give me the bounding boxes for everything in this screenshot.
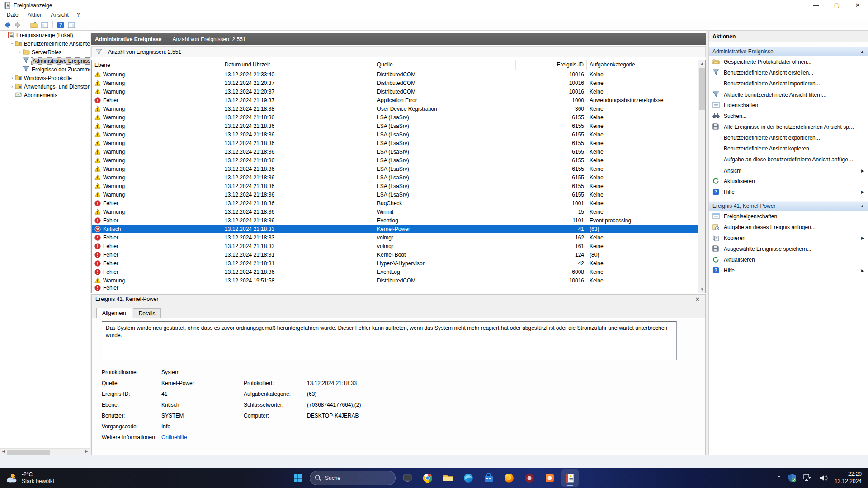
chevron-expanded-icon[interactable]: › [10,41,15,47]
action-pane-icon[interactable] [67,21,76,29]
table-row[interactable]: Fehler13.12.2024 21:18:36EventLog6008Kei… [92,267,698,276]
menu-item-ansicht[interactable]: Ansicht [47,11,72,19]
action-aufgabe-an-dieses-ereignis-anfügen[interactable]: Aufgabe an dieses Ereignis anfügen... [709,222,868,233]
table-row[interactable]: Warnung13.12.2024 21:18:36LSA (LsaSrv)61… [92,190,698,199]
table-row[interactable]: Warnung13.12.2024 21:18:36LSA (LsaSrv)61… [92,122,698,130]
sidebar-item-ereignisanzeige-lokal-[interactable]: Ereignisanzeige (Lokal) [0,31,90,39]
table-row[interactable]: Warnung13.12.2024 21:18:36Wininit15Keine [92,207,698,216]
column-header-ereignis-id[interactable]: Ereignis-ID [516,60,587,70]
taskbar-app-firefox-icon[interactable] [500,469,518,487]
scroll-left-arrow[interactable]: ◄ [1,449,5,454]
collapse-icon[interactable]: ▲ [860,204,864,208]
tab-allgemein[interactable]: Allgemein [96,308,132,318]
action-benutzerdefinierte-ansicht-importieren[interactable]: Benutzerdefinierte Ansicht importieren..… [709,78,868,89]
back-icon[interactable] [3,21,12,29]
menu-item-datei[interactable]: Datei [3,11,24,19]
tab-details[interactable]: Details [133,308,161,318]
table-row[interactable]: Fehler13.12.2024 21:18:33volmgr162Keine [92,233,698,242]
scrollbar-thumb[interactable] [7,450,50,455]
table-row[interactable]: Warnung13.12.2024 21:18:36LSA (LsaSrv)61… [92,173,698,182]
action-gespeicherte-protokolldatei-öffnen[interactable]: Gespeicherte Protokolldatei öffnen... [709,56,868,67]
onlinehilfe-link[interactable]: Onlinehilfe [161,434,187,441]
scrollbar-thumb[interactable] [699,68,705,110]
taskbar-app-edge-icon[interactable] [460,469,477,487]
action-benutzerdefinierte-ansicht-exportieren[interactable]: Benutzerdefinierte Ansicht exportieren..… [709,132,868,143]
help-icon[interactable]: ? [56,21,65,29]
column-header-datum-und-uhrzeit[interactable]: Datum und Uhrzeit [222,60,374,70]
minimize-button[interactable]: — [806,0,826,10]
table-row[interactable]: Warnung13.12.2024 21:18:36LSA (LsaSrv)61… [92,147,698,156]
taskbar-app-store-icon[interactable] [480,469,497,487]
scroll-down-arrow[interactable]: ▼ [698,287,706,291]
action-hilfe[interactable]: ?Hilfe▶ [709,265,868,276]
action-ausgewählte-ereignisse-speichern[interactable]: Ausgewählte Ereignisse speichern... [709,244,868,254]
scroll-right-arrow[interactable]: ► [85,449,89,454]
table-row[interactable]: Warnung13.12.2024 21:20:37DistributedCOM… [92,79,698,87]
table-row[interactable]: Warnung13.12.2024 21:20:37DistributedCOM… [92,87,698,96]
clock-widget[interactable]: 22:20 13.12.2024 [835,471,862,485]
action-alle-ereignisse-in-der-benutzerdefinierten-ansicht-speic[interactable]: Alle Ereignisse in der benutzerdefiniert… [709,122,868,132]
table-row[interactable]: Warnung13.12.2024 21:18:36LSA (LsaSrv)61… [92,139,698,147]
column-header-quelle[interactable]: Quelle [374,60,516,70]
table-row[interactable]: Warnung13.12.2024 21:18:36LSA (LsaSrv)61… [92,182,698,190]
column-header-aufgabenkategorie[interactable]: Aufgabenkategorie [587,60,698,70]
table-row-selected[interactable]: Kritisch13.12.2024 21:18:33Kernel-Power4… [92,225,698,233]
tree-horizontal-scrollbar[interactable]: ◄ ► [0,448,90,455]
security-shield-icon[interactable] [788,474,797,483]
search-box[interactable]: Suche [310,471,396,485]
network-display-icon[interactable] [803,474,813,482]
taskbar-app-red-app-icon[interactable] [521,469,538,487]
chevron-collapsed-icon[interactable]: › [17,50,23,55]
taskbar-app-event-viewer-icon[interactable] [561,469,579,487]
sidebar-item-anwendungs-und-dienstprotokolle[interactable]: ›Anwendungs- und Dienstprotokolle [0,82,90,91]
table-row[interactable]: Fehler13.12.2024 21:18:31Kernel-Boot124(… [92,250,698,259]
column-header-ebene[interactable]: Ebene [92,60,222,70]
action-aufgabe-an-diese-benutzerdefinierte-ansicht-anfügen[interactable]: Aufgabe an diese benutzerdefinierte Ansi… [709,154,868,165]
scroll-up-arrow[interactable]: ▲ [698,61,706,66]
taskbar-app-colorful-browser-icon[interactable] [419,469,436,487]
sidebar-item-windows-protokolle[interactable]: ›Windows-Protokolle [0,74,90,82]
sidebar-item-benutzerdefinierte-ansichten[interactable]: ›Benutzerdefinierte Ansichten [0,39,90,48]
table-row[interactable]: Fehler [92,285,698,291]
close-button[interactable]: ✕ [847,0,868,10]
action-suchen[interactable]: Suchen... [709,111,868,122]
table-row[interactable]: Warnung13.12.2024 21:18:36LSA (LsaSrv)61… [92,130,698,139]
console-tree-icon[interactable] [40,21,49,29]
action-aktuelle-benutzerdefinierte-ansicht-filtern[interactable]: Aktuelle benutzerdefinierte Ansicht filt… [709,89,868,100]
action-benutzerdefinierte-ansicht-kopieren[interactable]: Benutzerdefinierte Ansicht kopieren... [709,143,868,154]
action-hilfe[interactable]: ?Hilfe▶ [709,187,868,197]
collapse-icon[interactable]: ▲ [860,49,864,54]
table-row[interactable]: Warnung13.12.2024 21:18:36LSA (LsaSrv)61… [92,156,698,164]
menu-item-?[interactable]: ? [73,11,84,19]
tray-chevron-up-icon[interactable]: ⌃ [777,475,781,481]
start-button[interactable] [289,469,307,487]
actions-section-header[interactable]: Administrative Ereignisse▲ [709,47,868,56]
chevron-collapsed-icon[interactable]: › [9,84,15,89]
event-description[interactable]: Das System wurde neu gestartet, ohne das… [102,321,677,360]
maximize-button[interactable]: ▢ [826,0,847,10]
table-row[interactable]: Fehler13.12.2024 21:18:31Hyper-V-Hypervi… [92,259,698,267]
taskbar-app-file-explorer-icon[interactable] [439,469,457,487]
sidebar-item-abonnements[interactable]: Abonnements [0,91,90,99]
table-row[interactable]: Fehler13.12.2024 21:18:33volmgr161Keine [92,242,698,250]
actions-section-header[interactable]: Ereignis 41, Kernel-Power▲ [709,201,868,211]
table-row[interactable]: Warnung13.12.2024 21:18:38User Device Re… [92,104,698,113]
forward-icon[interactable] [14,21,23,29]
table-row[interactable]: Fehler13.12.2024 21:18:36BugCheck1001Kei… [92,199,698,207]
chevron-collapsed-icon[interactable]: › [9,75,15,80]
open-saved-log-icon[interactable] [29,21,38,29]
action-ansicht[interactable]: Ansicht▶ [709,165,868,176]
event-list-scrollbar[interactable]: ▲ ▼ [698,60,705,293]
table-row[interactable]: Warnung13.12.2024 21:33:40DistributedCOM… [92,70,698,79]
sidebar-item-serverroles[interactable]: ›ServerRoles [0,48,90,56]
table-row[interactable]: Warnung13.12.2024 21:18:36LSA (LsaSrv)61… [92,113,698,122]
taskbar-app-monitor-icon[interactable] [399,469,416,487]
action-kopieren[interactable]: Kopieren▶ [709,233,868,244]
sidebar-item-administrative-ereignisse[interactable]: Administrative Ereignisse [0,56,90,65]
table-row[interactable]: Warnung13.12.2024 19:51:58DistributedCOM… [92,276,698,285]
table-row[interactable]: Fehler13.12.2024 21:19:37Application Err… [92,96,698,104]
sidebar-item-ereignisse-der-zusammenfassung[interactable]: Ereignisse der Zusammenfassung [0,65,90,74]
table-row[interactable]: Fehler13.12.2024 21:18:36Eventlog1101Eve… [92,216,698,225]
taskbar-app-orange-app-icon[interactable] [541,469,558,487]
table-row[interactable]: Warnung13.12.2024 21:18:36LSA (LsaSrv)61… [92,164,698,173]
